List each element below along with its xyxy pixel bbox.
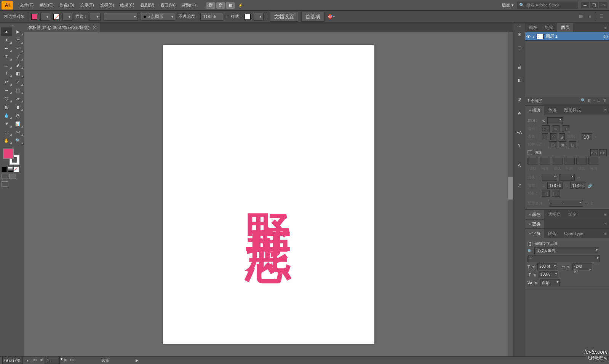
prev-artboard-icon[interactable]: ◀ xyxy=(38,357,44,362)
pen-tool[interactable]: ✒ xyxy=(1,44,12,53)
kern-stepper[interactable]: ⇅ xyxy=(535,281,538,285)
eyedropper-tool[interactable]: 💧 xyxy=(1,111,12,120)
dash-preserve-icon[interactable]: ⊏⊐ xyxy=(590,149,598,156)
font-size-input[interactable]: 200 pt xyxy=(537,263,557,270)
menu-object[interactable]: 对象(O) xyxy=(57,2,77,8)
screen-mode-normal[interactable] xyxy=(2,174,8,179)
tab-layers[interactable]: 图层 xyxy=(557,23,573,32)
line-tool[interactable]: ╱ xyxy=(12,53,24,61)
eraser-tool[interactable]: ◧ xyxy=(12,69,24,78)
layer-row[interactable]: 👁 › 图层 1 xyxy=(525,32,609,41)
character-menu-icon[interactable]: ≡ xyxy=(602,231,609,236)
vscale-stepper[interactable]: ⇅ xyxy=(533,273,536,277)
align-inside-icon[interactable]: ▣ xyxy=(559,141,566,148)
type-a-icon[interactable]: A xyxy=(515,161,524,170)
perspective-tool[interactable]: ▱ xyxy=(12,94,24,103)
screen-mode-full[interactable] xyxy=(9,174,16,179)
fill-swatch[interactable] xyxy=(31,14,37,20)
align-outside-icon[interactable]: ◻ xyxy=(569,141,576,148)
color-mode-gradient[interactable] xyxy=(8,167,13,172)
magic-wand-tool[interactable]: ✦ xyxy=(1,36,12,44)
dash-1[interactable] xyxy=(527,158,538,164)
opacity-input[interactable] xyxy=(200,13,223,21)
zoom-tool[interactable]: 🔍 xyxy=(12,136,24,145)
stroke-dropdown[interactable] xyxy=(62,13,72,21)
arrow-start[interactable] xyxy=(542,174,557,181)
corner-bevel-icon[interactable]: ◢ xyxy=(559,133,565,140)
font-family-dropdown[interactable]: 汉仪大黑简 xyxy=(534,247,599,254)
toolbar-grip[interactable]: ⋯ xyxy=(1,24,24,27)
align-icon[interactable]: ≣ xyxy=(515,62,524,72)
font-style-dropdown[interactable]: - xyxy=(527,255,600,262)
document-tab[interactable]: 未标题-1* @ 66.67% (RGB/预览) ✕ xyxy=(24,23,100,32)
scale-stepper[interactable]: ⇅ xyxy=(542,184,545,188)
chevron-right-icon[interactable]: › xyxy=(533,34,534,39)
dash-2[interactable] xyxy=(552,158,563,164)
tab-transparency[interactable]: 透明度 xyxy=(544,210,564,219)
menu-type[interactable]: 文字(T) xyxy=(77,2,97,8)
shape-builder-tool[interactable]: ⬡ xyxy=(1,94,12,103)
weight-stepper[interactable]: ⇅ xyxy=(542,119,545,123)
scale-start[interactable] xyxy=(547,182,563,189)
trident-icon[interactable]: Ψ xyxy=(515,95,524,104)
tab-gradient[interactable]: 渐变 xyxy=(564,210,580,219)
fill-stroke-swatch[interactable] xyxy=(3,148,20,165)
zoom-input[interactable] xyxy=(2,357,23,364)
tab-paragraph[interactable]: 段落 xyxy=(544,229,560,238)
tab-swatches[interactable]: 色板 xyxy=(544,106,560,115)
brush-width-profile[interactable] xyxy=(104,13,138,21)
delete-layer-icon[interactable]: 🗑 xyxy=(603,98,607,104)
leading-stepper[interactable]: ⇅ xyxy=(567,265,570,269)
list-icon[interactable]: ☰ xyxy=(598,13,605,20)
paragraph-icon[interactable]: ¶ xyxy=(515,141,524,150)
blend-tool[interactable]: ◔ xyxy=(12,111,24,120)
dash-3[interactable] xyxy=(576,158,587,164)
color-mode-none[interactable]: | xyxy=(14,167,19,172)
arrange-docs-icon[interactable]: ▦ xyxy=(226,2,235,9)
align-to-icon[interactable]: 🎯▾ xyxy=(328,14,335,19)
gradient-tool[interactable]: ▮ xyxy=(12,103,24,111)
locate-icon[interactable]: 🔍 xyxy=(581,98,585,104)
transform-menu-icon[interactable]: ≡ xyxy=(602,222,609,226)
grid-icon-1[interactable]: ▦ xyxy=(577,13,584,20)
vscale-input[interactable]: 100% xyxy=(539,271,558,278)
color-menu-icon[interactable]: ≡ xyxy=(602,212,609,217)
close-button[interactable]: ✕ xyxy=(599,2,607,8)
tab-graphic-styles[interactable]: 图形样式 xyxy=(560,106,585,115)
free-transform-tool[interactable]: ⬚ xyxy=(12,86,24,94)
dock-grip[interactable]: ⋯ xyxy=(513,24,525,27)
artboard[interactable]: 野鹿志 xyxy=(163,45,374,344)
tab-character[interactable]: «字符 xyxy=(525,229,544,238)
search-stock[interactable]: 🔍 搜索 Adobe Stock xyxy=(517,2,578,9)
first-artboard-icon[interactable]: ⏮ xyxy=(32,357,38,362)
club-icon[interactable]: ♣ xyxy=(515,108,524,117)
leading-input[interactable]: (240 pt xyxy=(572,263,592,270)
profile-dropdown[interactable]: ——— xyxy=(549,200,583,207)
new-layer-icon[interactable]: ☐ xyxy=(597,98,601,104)
width-tool[interactable]: ⥎ xyxy=(1,86,12,94)
stroke-width-input[interactable] xyxy=(89,13,101,21)
style-dropdown[interactable] xyxy=(254,13,264,21)
cap-butt-icon[interactable]: ⊏ xyxy=(542,125,550,132)
canvas-viewport[interactable]: 野鹿志 xyxy=(24,32,513,356)
opacity-arrow-icon[interactable]: › xyxy=(226,14,228,19)
stroke-menu-icon[interactable]: ≡ xyxy=(602,108,609,112)
shaper-tool[interactable]: ⌇ xyxy=(1,69,12,78)
arrow-align-2[interactable]: |→ xyxy=(552,190,559,197)
tab-links[interactable]: 链接 xyxy=(541,23,557,32)
make-clip-icon[interactable]: ◧ xyxy=(588,98,591,104)
stock-icon[interactable]: St xyxy=(216,2,225,9)
fill-dropdown[interactable] xyxy=(40,13,50,21)
cap-round-icon[interactable]: ⊂ xyxy=(552,125,559,132)
canvas-text[interactable]: 野鹿志 xyxy=(246,177,292,211)
scale-tool[interactable]: ⤢ xyxy=(12,78,24,86)
curvature-tool[interactable]: 〰 xyxy=(12,44,24,53)
menu-edit[interactable]: 编辑(E) xyxy=(37,2,57,8)
gpu-icon[interactable]: ⚡ xyxy=(236,2,245,9)
char-a-icon[interactable]: AA xyxy=(515,128,524,137)
menu-window[interactable]: 窗口(W) xyxy=(157,2,179,8)
sun-icon[interactable]: ☀ xyxy=(515,30,524,39)
vertical-scrollbar[interactable] xyxy=(508,32,513,356)
lasso-tool[interactable]: ⊂ xyxy=(12,36,24,44)
size-stepper[interactable]: ⇅ xyxy=(532,265,535,269)
